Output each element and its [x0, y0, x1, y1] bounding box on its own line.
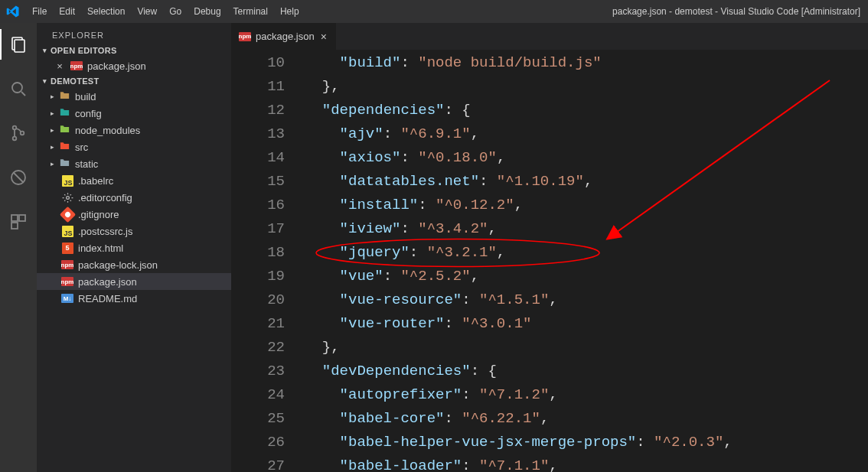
svg-rect-11 [11, 223, 18, 229]
file-label: .babelrc [78, 175, 113, 187]
search-icon[interactable] [0, 73, 37, 104]
folder-item[interactable]: ▸static [37, 155, 231, 172]
file-item[interactable]: npmpackage.json [37, 273, 231, 290]
code-line[interactable]: "babel-loader": "^7.1.1", [305, 454, 868, 472]
code-line[interactable]: "babel-core": "^6.22.1", [305, 407, 868, 431]
code-line[interactable]: "build": "node build/build.js" [305, 51, 868, 75]
explorer-icon[interactable] [0, 29, 37, 60]
chevron-right-icon[interactable]: ▸ [47, 160, 57, 168]
file-label: index.html [78, 243, 123, 254]
svg-point-12 [66, 196, 69, 199]
editor-body[interactable]: 101112131415161718192021222324252627 "bu… [231, 50, 868, 472]
code-line[interactable]: }, [305, 336, 868, 360]
git-icon [61, 208, 73, 220]
cfg-icon [61, 191, 73, 203]
menu-terminal[interactable]: Terminal [227, 6, 274, 17]
code-line[interactable]: "ajv": "^6.9.1", [305, 122, 868, 146]
code-line[interactable]: "autoprefixer": "^7.1.2", [305, 383, 868, 407]
file-item[interactable]: JS.postcssrc.js [37, 223, 231, 239]
chevron-right-icon[interactable]: ▸ [47, 93, 57, 100]
menu-selection[interactable]: Selection [81, 6, 131, 17]
line-number: 15 [231, 170, 285, 194]
svg-line-8 [14, 173, 23, 182]
line-number: 21 [231, 312, 285, 336]
extensions-icon[interactable] [0, 207, 37, 237]
chevron-right-icon[interactable]: ▸ [47, 143, 57, 151]
line-number: 25 [231, 407, 285, 431]
code-line[interactable]: "vue-resource": "^1.5.1", [305, 288, 868, 312]
menu-go[interactable]: Go [163, 6, 188, 17]
file-item[interactable]: npmpackage-lock.json [37, 256, 231, 273]
file-label: static [75, 158, 98, 170]
chevron-right-icon[interactable]: ▸ [47, 109, 57, 117]
code-line[interactable]: "install": "^0.12.2", [305, 194, 868, 217]
file-item[interactable]: .editorconfig [37, 189, 231, 206]
code-line[interactable]: "dependencies": { [305, 99, 868, 122]
code-line[interactable]: "datatables.net": "^1.10.19", [305, 170, 868, 194]
code-line[interactable]: "iview": "^3.4.2", [305, 217, 868, 241]
folder-item[interactable]: ▸src [37, 138, 231, 155]
svg-point-2 [12, 83, 22, 93]
file-item[interactable]: 5index.html [37, 239, 231, 256]
menu-debug[interactable]: Debug [188, 6, 227, 17]
file-label: src [75, 142, 88, 153]
svg-rect-10 [19, 215, 25, 221]
line-number: 22 [231, 336, 285, 360]
title-bar: FileEditSelectionViewGoDebugTerminalHelp… [0, 0, 868, 23]
code-line[interactable]: "axios": "^0.18.0", [305, 146, 868, 170]
close-icon[interactable]: × [319, 31, 328, 43]
svg-line-3 [21, 92, 25, 96]
npm-icon: npm [61, 275, 73, 288]
file-label: .editorconfig [78, 192, 132, 203]
file-label: config [75, 108, 102, 119]
folder-item[interactable]: ▸node_modules [37, 122, 231, 138]
window-title: package.json - demotest - Visual Studio … [612, 6, 868, 17]
menu-help[interactable]: Help [274, 6, 305, 17]
md-icon: M↓ [61, 292, 73, 304]
file-label: build [75, 91, 96, 103]
code-line[interactable]: "vue-router": "^3.0.1" [305, 312, 868, 336]
tab-package-json[interactable]: npm package.json × [231, 23, 337, 50]
line-number: 18 [231, 241, 285, 265]
open-editors-header[interactable]: ▾ OPEN EDITORS [37, 44, 231, 57]
file-item[interactable]: JS.babelrc [37, 172, 231, 189]
code-line[interactable]: "jquery": "^3.2.1", [305, 241, 868, 265]
chevron-right-icon[interactable]: ▸ [47, 126, 57, 134]
file-label: package.json [87, 60, 146, 72]
code-content[interactable]: "build": "node build/build.js" }, "depen… [305, 50, 868, 472]
file-label: README.md [78, 293, 137, 304]
debug-icon[interactable] [0, 162, 37, 193]
file-label: .gitignore [78, 209, 119, 220]
line-number: 10 [231, 51, 285, 75]
line-number-gutter: 101112131415161718192021222324252627 [231, 50, 305, 472]
file-label: package.json [78, 276, 137, 288]
code-line[interactable]: "babel-helper-vue-jsx-merge-props": "^2.… [305, 431, 868, 454]
source-control-icon[interactable] [0, 118, 37, 148]
line-number: 23 [231, 360, 285, 383]
open-editor-item[interactable]: ×npmpackage.json [37, 57, 231, 74]
line-number: 16 [231, 194, 285, 217]
code-line[interactable]: "devDependencies": { [305, 360, 868, 383]
folder-yellow-icon [58, 90, 70, 103]
html-icon: 5 [61, 242, 73, 254]
folder-header[interactable]: ▾ DEMOTEST [37, 75, 231, 87]
folder-teal-icon [58, 107, 70, 119]
svg-point-5 [13, 137, 17, 141]
menu-view[interactable]: View [131, 6, 163, 17]
code-line[interactable]: }, [305, 75, 868, 99]
npm-icon: npm [61, 259, 73, 271]
line-number: 17 [231, 217, 285, 241]
line-number: 26 [231, 431, 285, 454]
file-item[interactable]: .gitignore [37, 206, 231, 223]
code-line[interactable]: "vue": "^2.5.2", [305, 265, 868, 288]
folder-item[interactable]: ▸build [37, 88, 231, 105]
folder-item[interactable]: ▸config [37, 105, 231, 122]
close-icon[interactable]: × [54, 60, 66, 72]
js-icon: JS [61, 174, 73, 187]
menu-file[interactable]: File [26, 6, 53, 17]
menu-edit[interactable]: Edit [53, 6, 81, 17]
svg-rect-9 [11, 215, 18, 221]
activity-bar [0, 23, 37, 472]
chevron-down-icon: ▾ [40, 77, 49, 85]
file-item[interactable]: M↓README.md [37, 290, 231, 307]
